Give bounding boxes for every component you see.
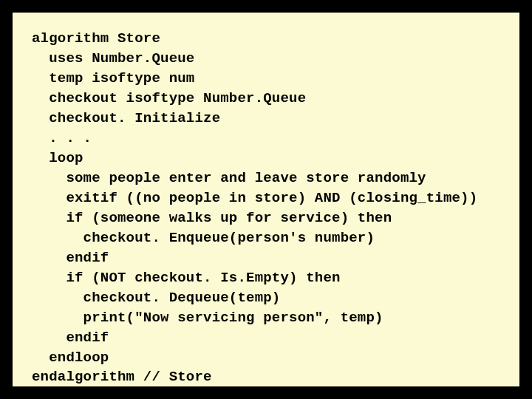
pseudocode-block: algorithm Store uses Number.Queue temp i… — [32, 29, 505, 387]
slide-outer: algorithm Store uses Number.Queue temp i… — [0, 0, 532, 399]
code-panel: algorithm Store uses Number.Queue temp i… — [10, 10, 522, 389]
